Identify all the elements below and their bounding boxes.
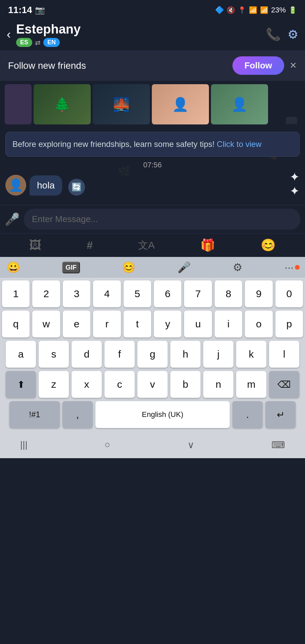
settings-button[interactable]: ⚙	[288, 28, 298, 42]
voice-input-button[interactable]: 🎤	[5, 212, 20, 226]
backspace-button[interactable]: ⌫	[269, 371, 299, 398]
photo-thumb-1: 🌲	[34, 84, 91, 124]
key-s[interactable]: s	[39, 341, 69, 368]
contact-name: Estephany	[16, 22, 81, 37]
key-q[interactable]: q	[2, 311, 30, 337]
key-z[interactable]: z	[39, 371, 69, 398]
nav-recents-button[interactable]: ∨	[181, 436, 201, 454]
special-chars-button[interactable]: !#1	[9, 401, 60, 428]
key-4[interactable]: 4	[93, 280, 121, 307]
location-icon: 📍	[238, 6, 246, 14]
nav-keyboard-button[interactable]: ⌨	[265, 436, 292, 454]
key-t[interactable]: t	[124, 311, 151, 337]
period-key[interactable]: .	[232, 401, 263, 428]
space-key[interactable]: English (UK)	[95, 401, 230, 428]
zxcv-row: ⬆ z x c v b n m ⌫	[2, 371, 303, 398]
key-c[interactable]: c	[104, 371, 135, 398]
keyboard-rows: 1 2 3 4 5 6 7 8 9 0 q w e r t y u i o p …	[0, 278, 305, 428]
key-v[interactable]: v	[137, 371, 168, 398]
key-e[interactable]: e	[63, 311, 90, 337]
chat-toolbar: 🖼 # 文A 🎁 😊	[0, 233, 305, 257]
keyboard: 😀 GIF 😊 🎤 ⚙ ··· 1 2 3 4 5 6 7 8 9 0 q w …	[0, 257, 305, 458]
key-i[interactable]: i	[215, 311, 242, 337]
photo-thumb-2: 🌉	[93, 84, 150, 124]
keyboard-gif-button[interactable]: GIF	[62, 262, 80, 273]
message-timestamp: 07:56	[0, 161, 305, 169]
notification-dot	[295, 265, 300, 270]
key-3[interactable]: 3	[63, 280, 90, 307]
key-w[interactable]: w	[32, 311, 60, 337]
key-k[interactable]: k	[236, 341, 266, 368]
safety-tip-link[interactable]: Click to view	[217, 140, 261, 149]
key-b[interactable]: b	[170, 371, 201, 398]
nav-home-button[interactable]: ○	[98, 436, 117, 453]
header-right: 📞 ⚙	[266, 28, 298, 42]
key-j[interactable]: j	[203, 341, 233, 368]
translate-message-button[interactable]: 🔄	[68, 179, 85, 196]
keyboard-toolbar: 😀 GIF 😊 🎤 ⚙ ···	[0, 257, 305, 278]
key-x[interactable]: x	[72, 371, 102, 398]
lang-badge-es: ES	[16, 38, 32, 47]
key-5[interactable]: 5	[124, 280, 151, 307]
lang-badge-en: EN	[43, 38, 60, 47]
bottom-row: !#1 , English (UK) . ↵	[2, 401, 303, 428]
key-n[interactable]: n	[203, 371, 233, 398]
status-icons: 🔷 🔇 📍 📶 📶 23% 🔋	[215, 6, 297, 14]
key-m[interactable]: m	[236, 371, 266, 398]
key-r[interactable]: r	[93, 311, 121, 337]
shift-button[interactable]: ⬆	[6, 371, 36, 398]
key-g[interactable]: g	[137, 341, 168, 368]
keyboard-more-button[interactable]: ···	[285, 261, 294, 274]
avatar-icon: 👤	[8, 178, 24, 192]
key-7[interactable]: 7	[184, 280, 212, 307]
emoji-toolbar-button[interactable]: 😊	[261, 238, 276, 252]
signal-icon: 📶	[260, 6, 268, 14]
key-2[interactable]: 2	[32, 280, 60, 307]
key-f[interactable]: f	[104, 341, 135, 368]
sticker-toolbar-button[interactable]: 🎁	[200, 238, 215, 252]
volume-icon: 🔇	[227, 6, 235, 14]
keyboard-emoji-button[interactable]: 😊	[122, 261, 135, 274]
key-0[interactable]: 0	[275, 280, 303, 307]
gif-toolbar-button[interactable]: 🖼	[29, 238, 41, 252]
input-area: 🎤	[0, 205, 305, 233]
number-row: 1 2 3 4 5 6 7 8 9 0	[2, 280, 303, 307]
qwerty-row: q w e r t y u i o p	[2, 311, 303, 337]
key-p[interactable]: p	[275, 311, 303, 337]
status-bar: 11:14 📷 🔷 🔇 📍 📶 📶 23% 🔋	[0, 0, 305, 20]
header: ‹ Estephany ES ⇄ EN 📞 ⚙	[0, 20, 305, 50]
key-9[interactable]: 9	[245, 280, 272, 307]
lang-badges: ES ⇄ EN	[16, 38, 81, 47]
message-text: hola	[37, 180, 55, 191]
message-input[interactable]	[24, 209, 300, 230]
key-6[interactable]: 6	[154, 280, 181, 307]
translate-toolbar-button[interactable]: 文A	[138, 238, 155, 252]
key-h[interactable]: h	[170, 341, 201, 368]
nav-back-button[interactable]: |||	[13, 436, 34, 453]
hashtag-toolbar-button[interactable]: #	[87, 239, 93, 252]
call-button[interactable]: 📞	[266, 28, 281, 42]
key-8[interactable]: 8	[215, 280, 242, 307]
follow-actions: Follow ✕	[232, 56, 297, 75]
key-a[interactable]: a	[6, 341, 36, 368]
contact-info: Estephany ES ⇄ EN	[16, 22, 81, 47]
key-1[interactable]: 1	[2, 280, 30, 307]
photo-thumb-0	[5, 84, 32, 124]
keyboard-settings-button[interactable]: ⚙	[233, 261, 243, 274]
comma-key[interactable]: ,	[62, 401, 93, 428]
keyboard-sticker-button[interactable]: 😀	[7, 261, 20, 274]
key-d[interactable]: d	[72, 341, 102, 368]
translate-icon: 🔄	[72, 182, 82, 192]
key-u[interactable]: u	[184, 311, 212, 337]
message-row: 👤 hola 🔄	[0, 172, 305, 198]
key-l[interactable]: l	[269, 341, 299, 368]
back-button[interactable]: ‹	[7, 28, 11, 42]
close-banner-button[interactable]: ✕	[290, 60, 297, 71]
status-time: 11:14	[8, 5, 32, 15]
key-y[interactable]: y	[154, 311, 181, 337]
key-o[interactable]: o	[245, 311, 272, 337]
follow-button[interactable]: Follow	[232, 56, 284, 75]
keyboard-mic-button[interactable]: 🎤	[177, 261, 191, 274]
bluetooth-icon: 🔷	[215, 6, 224, 14]
enter-key[interactable]: ↵	[265, 401, 296, 428]
